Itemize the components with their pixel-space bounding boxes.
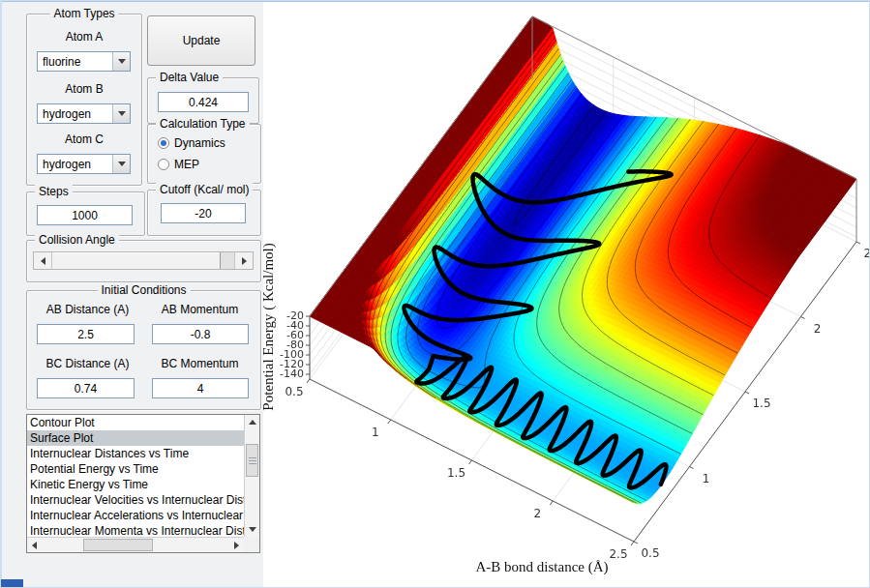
atom-a-select[interactable]: fluorine <box>37 51 131 72</box>
steps-panel: Steps <box>26 191 145 236</box>
collision-angle-panel: Collision Angle <box>26 240 261 282</box>
list-item[interactable]: Internuclear Accelerations vs Internucle… <box>27 508 244 523</box>
list-item[interactable]: Internuclear Velocities vs Internuclear … <box>27 492 244 508</box>
vertical-scrollbar[interactable] <box>244 415 259 537</box>
window-top-border <box>0 0 870 2</box>
horizontal-scroll-thumb[interactable] <box>83 539 153 551</box>
atom-c-value: hydrogen <box>38 155 112 173</box>
chevron-down-icon[interactable] <box>112 104 130 123</box>
radio-dynamics-label: Dynamics <box>174 136 225 150</box>
window-left-border <box>0 0 2 588</box>
scroll-left-button[interactable] <box>27 538 42 552</box>
horizontal-scrollbar[interactable] <box>27 537 244 552</box>
chevron-down-icon[interactable] <box>112 155 130 173</box>
list-item[interactable]: Internuclear Momenta vs Internuclear Dis… <box>27 523 244 537</box>
atom-b-label: Atom B <box>27 82 141 96</box>
list-item[interactable]: Potential Energy vs Time <box>27 461 244 477</box>
vertical-scroll-thumb[interactable] <box>246 444 258 477</box>
steps-field[interactable] <box>37 205 133 225</box>
calculation-type-title: Calculation Type <box>156 117 250 131</box>
bc-momentum-field[interactable] <box>152 378 249 398</box>
chevron-down-icon[interactable] <box>112 52 130 71</box>
window-corner-chip <box>0 579 23 588</box>
calculation-type-panel: Calculation Type Dynamics MEP <box>147 124 261 184</box>
ab-momentum-label: AB Momentum <box>149 303 251 316</box>
atom-c-label: Atom C <box>27 132 141 146</box>
plot-type-list: Contour PlotSurface PlotInternuclear Dis… <box>27 415 244 537</box>
control-panel: Atom Types Atom A fluorine Atom B hydrog… <box>0 0 263 588</box>
scroll-right-button[interactable] <box>229 538 244 552</box>
atom-b-value: hydrogen <box>38 104 112 123</box>
steps-title: Steps <box>35 185 73 198</box>
initial-conditions-panel: Initial Conditions AB Distance (A) AB Mo… <box>26 290 261 410</box>
atom-b-select[interactable]: hydrogen <box>37 103 131 124</box>
slider-right-arrow[interactable] <box>234 252 253 269</box>
ab-distance-field[interactable] <box>37 324 135 344</box>
slider-thumb[interactable] <box>52 252 221 269</box>
cutoff-title: Cutoff (Kcal/ mol) <box>156 183 253 196</box>
atom-types-panel: Atom Types Atom A fluorine Atom B hydrog… <box>26 14 142 186</box>
slider-left-arrow[interactable] <box>34 252 52 269</box>
cutoff-panel: Cutoff (Kcal/ mol) <box>147 190 261 236</box>
scroll-up-button[interactable] <box>245 415 259 429</box>
atom-a-value: fluorine <box>38 52 112 71</box>
cutoff-field[interactable] <box>161 203 246 223</box>
radio-mep-label: MEP <box>174 158 199 171</box>
initial-conditions-title: Initial Conditions <box>97 283 190 297</box>
update-button[interactable]: Update <box>147 15 255 66</box>
ab-distance-label: AB Distance (A) <box>37 303 138 316</box>
collision-angle-title: Collision Angle <box>35 233 119 247</box>
atom-c-select[interactable]: hydrogen <box>37 154 131 174</box>
slider-track[interactable] <box>52 252 234 269</box>
list-item[interactable]: Surface Plot <box>27 430 244 446</box>
radio-dynamics[interactable]: Dynamics <box>158 136 225 150</box>
radio-mep[interactable]: MEP <box>158 158 199 171</box>
list-item[interactable]: Contour Plot <box>27 415 244 430</box>
list-item[interactable]: Kinetic Energy vs Time <box>27 477 244 492</box>
bc-distance-label: BC Distance (A) <box>37 357 138 370</box>
radio-icon <box>158 159 169 170</box>
list-item[interactable]: Internuclear Distances vs Time <box>27 446 244 461</box>
atom-a-label: Atom A <box>27 30 141 44</box>
delta-value-title: Delta Value <box>156 71 223 84</box>
radio-icon <box>158 137 169 149</box>
scrollbar-corner <box>244 537 259 552</box>
ab-momentum-field[interactable] <box>152 324 249 344</box>
collision-angle-slider[interactable] <box>33 251 254 270</box>
delta-value-field[interactable] <box>158 92 249 112</box>
plot-type-listbox[interactable]: Contour PlotSurface PlotInternuclear Dis… <box>26 414 260 553</box>
bc-distance-field[interactable] <box>37 378 135 398</box>
atom-types-title: Atom Types <box>49 7 118 20</box>
bc-momentum-label: BC Momentum <box>149 357 251 370</box>
scroll-down-button[interactable] <box>245 522 259 537</box>
